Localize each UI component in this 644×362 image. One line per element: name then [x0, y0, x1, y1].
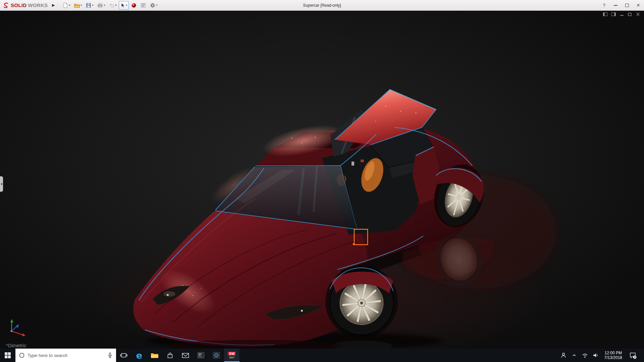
- network-button[interactable]: [580, 349, 590, 362]
- brand-works: WORKS: [28, 2, 48, 8]
- volume-button[interactable]: [591, 349, 600, 362]
- flyout-arrow-icon: [1, 183, 2, 185]
- maximize-icon: [625, 4, 629, 7]
- edrawings-button[interactable]: [209, 349, 224, 362]
- print-button[interactable]: ▾: [96, 1, 107, 10]
- mail-button[interactable]: [178, 349, 193, 362]
- solidworks-logo-icon: [3, 2, 9, 8]
- undo-icon: [109, 3, 114, 8]
- quick-access-toolbar: ▾ ▾ ▾: [61, 1, 159, 10]
- orientation-triad: [7, 318, 28, 340]
- 3d-scene: [0, 11, 644, 349]
- solidworks-app-icon: SW 2017: [228, 352, 236, 359]
- system-tray: 12:00 PM 7/13/2018 3: [559, 349, 644, 362]
- speaker-icon: [592, 352, 599, 358]
- edge-button[interactable]: e: [131, 349, 147, 362]
- undo-button[interactable]: ▾: [107, 1, 118, 10]
- headlight-right-bulb: [301, 310, 303, 312]
- options-button[interactable]: ▾: [148, 1, 159, 10]
- cockpit-accent: [361, 160, 364, 162]
- search-input[interactable]: [28, 353, 105, 358]
- task-view-icon: [120, 352, 127, 358]
- chevron-up-icon: [572, 353, 577, 358]
- pane-left-button[interactable]: [603, 12, 607, 16]
- tray-overflow-button[interactable]: [570, 349, 579, 362]
- store-button[interactable]: [162, 349, 178, 362]
- help-button[interactable]: ?: [598, 0, 610, 10]
- action-center-badge: 3: [634, 355, 636, 359]
- window-controls: ? ✕: [598, 0, 644, 10]
- dropdown-arrow-icon[interactable]: ▾: [92, 4, 93, 7]
- windows-taskbar: e: [0, 349, 644, 362]
- appearance-button[interactable]: [129, 1, 138, 10]
- dropdown-arrow-icon[interactable]: ▾: [104, 4, 105, 7]
- open-folder-icon: [74, 3, 80, 8]
- task-view-button[interactable]: [116, 349, 131, 362]
- clock-time: 12:00 PM: [604, 351, 622, 355]
- snip-tool-button[interactable]: [193, 349, 209, 362]
- document-window-controls: [603, 12, 640, 16]
- dropdown-arrow-icon[interactable]: ▾: [115, 4, 116, 7]
- pane-right-button[interactable]: [611, 12, 616, 16]
- view-orientation-label: *Dimetric: [6, 343, 26, 348]
- dropdown-arrow-icon[interactable]: ▾: [156, 4, 157, 7]
- dropdown-arrow-icon[interactable]: ▾: [80, 4, 82, 7]
- desktop-screen: SOLIDWORKS ▶ ▾ ▾: [0, 0, 644, 362]
- menu-expand-button[interactable]: ▶: [50, 2, 56, 9]
- people-button[interactable]: [559, 349, 568, 362]
- edge-icon: e: [136, 350, 142, 361]
- action-center-button[interactable]: 3: [626, 352, 640, 359]
- notification-icon: 3: [629, 352, 637, 359]
- clock-date: 7/13/2018: [604, 355, 622, 360]
- wifi-icon: [582, 352, 588, 358]
- taskbar-clock[interactable]: 12:00 PM 7/13/2018: [602, 351, 625, 360]
- doc-minimize-button[interactable]: [620, 12, 624, 16]
- solidworks-brand: SOLIDWORKS: [3, 2, 48, 8]
- mail-icon: [182, 352, 189, 358]
- graphics-viewport[interactable]: *Dimetric: [0, 11, 644, 349]
- file-explorer-icon: [151, 352, 159, 359]
- feature-tree-flyout-tab[interactable]: [0, 176, 3, 192]
- sw-year-text: 2017: [229, 356, 234, 359]
- microphone-icon[interactable]: [107, 352, 113, 358]
- rollcage-joint: [352, 162, 354, 166]
- 3d-viewer-icon: [213, 352, 220, 359]
- people-icon: [560, 352, 567, 359]
- doc-restore-button[interactable]: [628, 12, 632, 16]
- new-document-icon: [63, 3, 68, 8]
- store-bag-icon: [167, 352, 173, 359]
- solidworks-app-button[interactable]: SW 2017: [224, 349, 239, 362]
- appearance-sphere-icon: [131, 3, 137, 8]
- minimize-button[interactable]: [610, 0, 621, 10]
- maximize-button[interactable]: [621, 0, 633, 10]
- headlight-left-inner: [163, 291, 175, 297]
- doc-close-button[interactable]: [636, 12, 640, 16]
- app-window-icon: [197, 352, 205, 359]
- dropdown-arrow-icon[interactable]: ▾: [69, 4, 70, 7]
- start-button[interactable]: [0, 349, 15, 362]
- gear-icon: [150, 3, 155, 8]
- file-explorer-button[interactable]: [147, 349, 162, 362]
- windows-logo-icon: [5, 352, 11, 358]
- cortana-icon: [19, 352, 25, 358]
- headlight-left-bulb: [167, 294, 169, 296]
- taskbar-search[interactable]: [15, 349, 116, 362]
- display-settings-button[interactable]: [139, 1, 148, 10]
- open-button[interactable]: ▾: [72, 1, 84, 10]
- sw-logo-text: SW: [228, 352, 236, 356]
- new-document-button[interactable]: ▾: [61, 1, 72, 10]
- select-tool-button[interactable]: ▾: [119, 1, 129, 10]
- dropdown-arrow-icon[interactable]: ▾: [126, 4, 127, 7]
- brand-solid: SOLID: [11, 2, 26, 8]
- save-button[interactable]: ▾: [84, 1, 95, 10]
- display-settings-icon: [141, 3, 146, 8]
- close-button[interactable]: ✕: [633, 0, 644, 10]
- titlebar-left: SOLIDWORKS ▶ ▾ ▾: [0, 0, 159, 10]
- app-titlebar: SOLIDWORKS ▶ ▾ ▾: [0, 0, 644, 11]
- save-icon: [86, 3, 91, 8]
- print-icon: [97, 3, 103, 8]
- minimize-icon: [614, 5, 618, 6]
- select-cursor-icon: [120, 3, 125, 8]
